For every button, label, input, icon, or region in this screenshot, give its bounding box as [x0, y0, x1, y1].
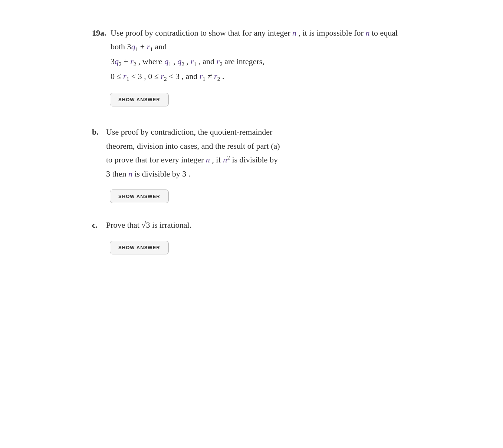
problem-19c-text: Prove that √3 is irrational.	[106, 218, 191, 232]
show-answer-button-19a[interactable]: SHOW ANSWER	[110, 93, 169, 106]
var-r1-2: r	[191, 57, 194, 66]
problem-19c-header: c. Prove that √3 is irrational.	[92, 218, 411, 232]
show-answer-button-19b[interactable]: SHOW ANSWER	[110, 190, 169, 203]
var-q1-2: q	[164, 57, 168, 66]
var-q1: q	[131, 42, 135, 51]
var-n-b1: n	[206, 155, 210, 164]
problem-19a-header: 19a. Use proof by contradiction to show …	[92, 26, 411, 84]
var-n-1: n	[292, 28, 296, 37]
problem-19a-text: Use proof by contradiction to show that …	[111, 26, 411, 84]
var-q2-2: q	[177, 57, 181, 66]
var-r2: r	[130, 57, 134, 66]
var-q2: q	[115, 57, 119, 66]
problem-container: 19a. Use proof by contradiction to show …	[85, 15, 418, 280]
var-r1-3: r	[123, 72, 126, 81]
problem-19c: c. Prove that √3 is irrational. SHOW ANS…	[92, 218, 411, 254]
problem-19b: b. Use proof by contradiction, the quoti…	[92, 125, 411, 203]
problem-19b-header: b. Use proof by contradiction, the quoti…	[92, 125, 411, 181]
problem-19b-text: Use proof by contradiction, the quotient…	[106, 125, 280, 181]
part-label-c: c.	[92, 220, 102, 230]
var-r2-2: r	[217, 57, 220, 66]
var-n-b3: n	[128, 169, 132, 178]
var-r2-3: r	[161, 72, 164, 81]
var-r2-4: r	[214, 72, 217, 81]
problem-number-19: 19a.	[92, 28, 107, 38]
part-label-b: b.	[92, 127, 102, 137]
show-answer-button-19c[interactable]: SHOW ANSWER	[110, 241, 169, 254]
var-n-2: n	[365, 28, 369, 37]
problem-19a: 19a. Use proof by contradiction to show …	[92, 26, 411, 106]
var-n-b2: n	[223, 155, 227, 164]
